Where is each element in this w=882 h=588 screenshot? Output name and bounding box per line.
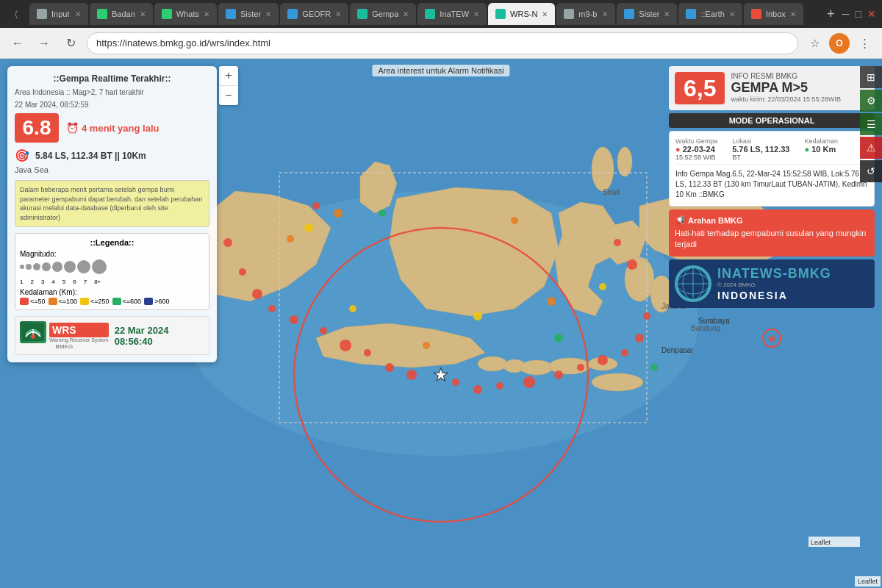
depth-item-5: >600 <box>144 298 169 305</box>
svg-point-40 <box>635 334 644 343</box>
warning-box: Dalam beberapa menit pertama setelah gem… <box>15 180 209 227</box>
svg-point-37 <box>577 364 584 371</box>
inatews-text: INATEWS-BMKG © 2024 BMKG INDONESIA <box>717 266 831 301</box>
browser-tab-tab-12[interactable]: Inbox ✕ <box>744 3 803 25</box>
maximize-button[interactable]: □ <box>856 8 861 20</box>
waktu-kirim: waktu kirim: 22/03/2024 15:55:28WIB <box>731 96 869 103</box>
location-name: Java Sea <box>15 165 209 174</box>
svg-point-51 <box>349 305 356 312</box>
browser-tab-tab-8[interactable]: WRS-N ✕ <box>488 3 555 25</box>
time-ago: ⏰ 4 menit yang lalu <box>66 122 159 134</box>
browser-content: ★ Banjarmasin Surabaya Denpasar Kalimant… <box>0 59 882 588</box>
bookmark-icon[interactable]: ☆ <box>804 33 825 54</box>
mag-val-1: 1 <box>20 279 23 285</box>
browser-tab-tab-11[interactable]: ::Earth ✕ <box>678 3 742 25</box>
tab-close-button[interactable]: ✕ <box>790 10 796 18</box>
mag-dot-2 <box>26 264 32 270</box>
browser-controls: ← → ↻ ☆ O ⋮ <box>0 28 882 59</box>
zoom-in-button[interactable]: + <box>219 66 238 85</box>
mag-dot-8 <box>92 259 107 274</box>
back-button[interactable]: ← <box>7 33 28 54</box>
tab-favicon <box>624 9 634 19</box>
svg-point-9 <box>592 373 643 391</box>
tab-label: Whats <box>176 10 199 18</box>
mag-dot-7 <box>77 260 90 273</box>
eq-waktu-sub: 15:52:58 WIB <box>675 154 717 161</box>
tab-close-button[interactable]: ✕ <box>664 10 670 18</box>
minimize-button[interactable]: ─ <box>842 8 850 20</box>
svg-point-54 <box>379 209 386 217</box>
tab-close-button[interactable]: ✕ <box>729 10 735 18</box>
svg-point-55 <box>554 334 563 343</box>
eq-lokasi-sub: BT <box>732 154 789 161</box>
tab-close-button[interactable]: ✕ <box>602 10 608 18</box>
close-button[interactable]: ✕ <box>867 8 876 20</box>
copyright-label: © 2024 BMKG <box>717 282 831 288</box>
menu-icon[interactable]: ⋮ <box>854 33 875 54</box>
inatews-main-label: INATEWS-BMKG <box>717 266 831 282</box>
tab-favicon <box>97 9 107 19</box>
area-interest-label: Area interest untuk Alarm Notifikasi <box>372 65 509 76</box>
magnitude-scale <box>20 259 204 274</box>
tab-favicon <box>226 9 236 19</box>
alert-icon-button[interactable]: ⚠ <box>860 137 882 159</box>
browser-tab-tab-4[interactable]: Sister ✕ <box>218 3 279 25</box>
tab-close-button[interactable]: ✕ <box>335 10 341 18</box>
svg-point-56 <box>650 364 658 371</box>
settings-icon-button[interactable]: ⚙ <box>860 90 882 112</box>
right-panel: 6,5 INFO RESMI BMKG GEMPA M>5 waktu kiri… <box>669 66 875 308</box>
svg-point-36 <box>554 370 563 379</box>
tab-close-button[interactable]: ✕ <box>140 10 146 18</box>
wrs-subtitle: Warning Receiver System <box>49 337 109 343</box>
eq-header: Waktu Gempa ● 22-03-24 15:52:58 WIB Loka… <box>675 137 868 165</box>
svg-point-28 <box>340 340 351 351</box>
tab-close-button[interactable]: ✕ <box>473 10 479 18</box>
mag-val-2: 2 <box>30 279 33 285</box>
refresh-icon-button[interactable]: ↺ <box>860 160 882 182</box>
eq-waktu-val: ● 22-03-24 <box>675 145 717 154</box>
profile-icon[interactable]: O <box>829 33 850 54</box>
browser-tab-tab-6[interactable]: Gempa ✕ <box>350 3 416 25</box>
tab-close-button[interactable]: ✕ <box>542 10 548 18</box>
mag-dot-1 <box>20 265 24 269</box>
tab-favicon <box>686 9 696 19</box>
address-bar[interactable] <box>87 32 798 54</box>
tab-label: m9-b <box>578 10 597 18</box>
mag-dot-5 <box>52 262 62 272</box>
new-tab-button[interactable]: + <box>822 7 839 22</box>
bmkg-icon <box>20 321 46 343</box>
browser-tab-tab-5[interactable]: GEOFR ✕ <box>280 3 348 25</box>
browser-tab-tab-1[interactable]: Input ✕ <box>29 3 88 25</box>
depth-legend: <=50 <=100 <=250 <=600 <box>20 298 204 305</box>
tab-close-button[interactable]: ✕ <box>403 10 409 18</box>
tab-scroll-left[interactable]: 〈 <box>6 4 26 24</box>
forward-button[interactable]: → <box>34 33 54 54</box>
svg-point-41 <box>643 312 650 320</box>
mag-val-6: 6 <box>73 279 76 285</box>
arahan-icon: 📢 <box>675 215 685 225</box>
browser-tab-tab-3[interactable]: Whats ✕ <box>154 3 217 25</box>
svg-point-50 <box>304 223 313 232</box>
svg-point-31 <box>406 370 417 380</box>
tab-close-button[interactable]: ✕ <box>204 10 209 18</box>
svg-point-6 <box>520 360 553 375</box>
svg-point-39 <box>621 349 628 356</box>
refresh-button[interactable]: ↻ <box>60 33 81 54</box>
tab-favicon <box>37 9 47 19</box>
browser-tab-tab-2[interactable]: Badan ✕ <box>90 3 153 25</box>
map-area[interactable]: ★ Banjarmasin Surabaya Denpasar Kalimant… <box>0 59 882 588</box>
layers-icon-button[interactable]: ⊞ <box>860 66 882 88</box>
profile-avatar[interactable]: O <box>829 33 850 54</box>
browser-tab-tab-10[interactable]: Sister ✕ <box>617 3 677 25</box>
browser-tab-tab-9[interactable]: m9-b ✕ <box>556 3 615 25</box>
eq-kedalaman-val: ● 10 Km <box>804 145 838 154</box>
tab-close-button[interactable]: ✕ <box>265 10 271 18</box>
mag-dot-4 <box>42 262 51 271</box>
zoom-controls[interactable]: + − <box>219 66 238 105</box>
tab-close-button[interactable]: ✕ <box>75 10 81 18</box>
menu-icon-button[interactable]: ☰ <box>860 113 882 135</box>
bmkg-logo-svg <box>22 323 44 341</box>
browser-tab-tab-7[interactable]: InaTEW ✕ <box>417 3 487 25</box>
location-icon: 🎯 <box>15 148 29 162</box>
zoom-out-button[interactable]: − <box>219 86 238 105</box>
